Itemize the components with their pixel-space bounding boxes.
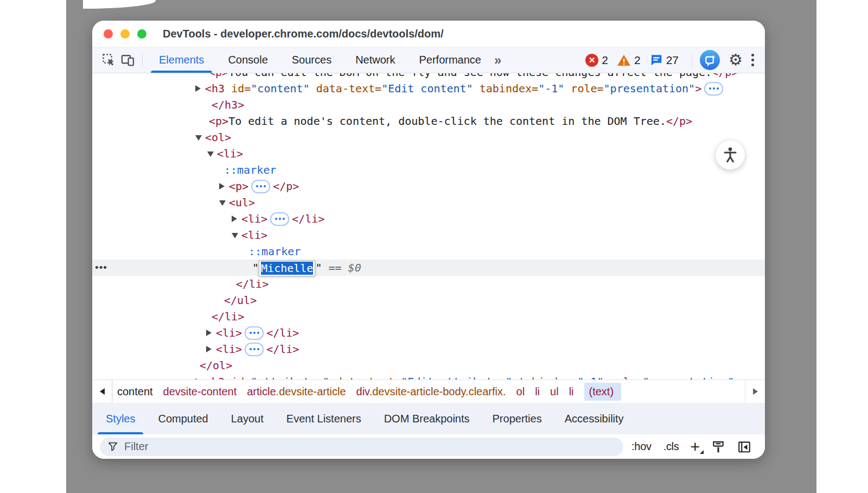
dom-tree-row-selected[interactable]: •••"Michelle" == $0 [92, 260, 765, 276]
breadcrumb-item[interactable]: li [535, 385, 540, 398]
rendering-emulation-brush-icon[interactable] [711, 440, 725, 454]
styles-tab-styles[interactable]: Styles [94, 403, 146, 434]
dom-tree-row[interactable]: <li></li> [92, 341, 765, 357]
breadcrumb-scroll-left-icon[interactable] [92, 380, 112, 403]
warning-count: 2 [634, 54, 641, 67]
row-more-actions-icon[interactable]: ••• [95, 260, 107, 276]
styles-tab-dom-breakpoints[interactable]: DOM Breakpoints [373, 403, 481, 434]
tab-network[interactable]: Network [343, 47, 407, 73]
expand-arrow-icon[interactable] [206, 346, 212, 352]
expand-ellipsis-button[interactable] [251, 180, 270, 193]
errors-badge[interactable]: ✕ 2 [585, 54, 608, 67]
breadcrumb-scroll-right-icon[interactable] [745, 380, 765, 403]
expand-ellipsis-button[interactable] [704, 82, 723, 96]
breadcrumb-item[interactable]: article.devsite-article [247, 385, 346, 398]
collapse-arrow-icon[interactable] [195, 135, 202, 141]
breadcrumb-item[interactable]: div.devsite-article-body.clearfix. [356, 385, 506, 398]
styles-tab-event-listeners[interactable]: Event Listeners [275, 403, 373, 434]
tab-elements[interactable]: Elements [147, 47, 216, 73]
collapse-arrow-icon[interactable] [232, 233, 238, 238]
dom-tree-row[interactable]: ::marker [92, 243, 765, 260]
ai-assistance-icon[interactable] [700, 50, 720, 70]
styles-panel-tabs: StylesComputedLayoutEvent ListenersDOM B… [92, 403, 765, 434]
inline-text-edit-box[interactable]: Michelle [259, 261, 315, 276]
dom-tree-row[interactable]: <ul> [92, 194, 765, 211]
dom-tree-row[interactable]: <p>You can edit the DOM on the fly and s… [92, 73, 765, 80]
toggle-element-state-button[interactable]: :hov [631, 440, 652, 453]
expand-arrow-icon[interactable] [206, 330, 212, 336]
tab-sources[interactable]: Sources [280, 47, 343, 73]
dom-tree-row[interactable]: <li></li> [92, 211, 765, 227]
title-bar: DevTools - developer.chrome.com/docs/dev… [92, 21, 765, 47]
page-accessibility-widget-button[interactable] [715, 140, 745, 170]
breadcrumb-item[interactable]: li [569, 385, 574, 398]
breadcrumb-item-selected[interactable]: (text) [584, 383, 622, 401]
styles-filter-bar: Filter :hov .cls + [92, 434, 765, 459]
styles-tab-properties[interactable]: Properties [481, 403, 553, 434]
styles-tab-accessibility[interactable]: Accessibility [553, 403, 635, 434]
dom-tree-row[interactable]: <h3 id="content" data-text="Edit content… [92, 80, 765, 97]
settings-gear-icon[interactable]: ⚙ [729, 52, 743, 68]
devtools-toolbar: ElementsConsoleSourcesNetworkPerformance… [92, 47, 765, 73]
toolbar-divider-right [692, 53, 692, 67]
breadcrumb: contentdevsite-contentarticle.devsite-ar… [112, 383, 621, 401]
dom-tree-row[interactable]: </li> [92, 276, 765, 292]
dom-tree-row[interactable]: <h3 id="attributes" data-text="Edit attr… [92, 374, 765, 380]
issues-badge[interactable]: 27 [649, 53, 679, 67]
expand-arrow-icon[interactable] [195, 85, 201, 92]
zoom-window-button[interactable] [137, 29, 146, 39]
warning-icon [617, 54, 631, 67]
expand-ellipsis-button[interactable] [245, 326, 264, 340]
element-classes-button[interactable]: .cls [663, 440, 679, 453]
expand-ellipsis-button[interactable] [270, 212, 289, 226]
dom-tree: <p>You can edit the DOM on the fly and s… [92, 73, 765, 380]
dom-tree-row[interactable]: <li> [92, 227, 765, 243]
breadcrumb-item[interactable]: ol [516, 385, 525, 398]
expand-ellipsis-button[interactable] [245, 343, 264, 356]
dom-tree-row[interactable]: </ul> [92, 292, 765, 308]
breadcrumb-bar: contentdevsite-contentarticle.devsite-ar… [92, 380, 765, 403]
issues-icon [649, 53, 663, 67]
issues-count: 27 [666, 54, 679, 67]
tab-console[interactable]: Console [216, 47, 279, 73]
tab-performance[interactable]: Performance [407, 47, 494, 73]
devtools-window: DevTools - developer.chrome.com/docs/dev… [92, 21, 765, 459]
close-window-button[interactable] [104, 29, 113, 39]
sidebar-panel-toggle-icon[interactable] [737, 440, 751, 454]
inspect-element-icon[interactable] [99, 50, 118, 70]
traffic-lights [104, 29, 146, 39]
breadcrumb-item[interactable]: devsite-content [163, 385, 237, 398]
collapse-arrow-icon[interactable] [207, 151, 214, 157]
filter-placeholder: Filter [124, 440, 148, 453]
device-toolbar-icon[interactable] [118, 50, 138, 70]
dom-tree-row[interactable]: ::marker [92, 162, 765, 178]
filter-funnel-icon [107, 441, 119, 453]
styles-tab-layout[interactable]: Layout [220, 403, 275, 434]
dom-tree-row[interactable]: <li> [92, 146, 765, 162]
dom-tree-row[interactable]: </h3> [92, 97, 765, 113]
elements-panel-content: <p>You can edit the DOM on the fly and s… [92, 73, 765, 380]
more-options-kebab-icon[interactable] [751, 54, 754, 66]
error-count: 2 [602, 54, 608, 67]
expand-arrow-icon[interactable] [219, 183, 225, 189]
warnings-badge[interactable]: 2 [617, 54, 641, 67]
dom-tree-row[interactable]: </li> [92, 308, 765, 325]
dom-tree-row[interactable]: <li></li> [92, 325, 765, 341]
error-icon: ✕ [585, 54, 598, 67]
minimize-window-button[interactable] [120, 29, 130, 39]
status-badges: ✕ 2 2 27 [585, 53, 687, 67]
breadcrumb-item[interactable]: content [117, 385, 153, 398]
window-title: DevTools - developer.chrome.com/docs/dev… [163, 28, 444, 40]
more-tabs-icon[interactable]: » [494, 53, 500, 68]
styles-filter-input[interactable]: Filter [100, 438, 623, 456]
dom-tree-row[interactable]: <p>To edit a node's content, double-clic… [92, 113, 765, 129]
expand-arrow-icon[interactable] [232, 216, 237, 222]
dom-tree-row[interactable]: </ol> [92, 357, 765, 374]
collapse-arrow-icon[interactable] [219, 200, 226, 206]
new-style-rule-button[interactable]: + [690, 439, 700, 455]
breadcrumb-item[interactable]: ul [550, 385, 559, 398]
dom-tree-row[interactable]: <ol> [92, 129, 765, 146]
styles-tab-computed[interactable]: Computed [146, 403, 219, 434]
panel-tabs: ElementsConsoleSourcesNetworkPerformance [147, 47, 493, 73]
dom-tree-row[interactable]: <p></p> [92, 178, 765, 194]
